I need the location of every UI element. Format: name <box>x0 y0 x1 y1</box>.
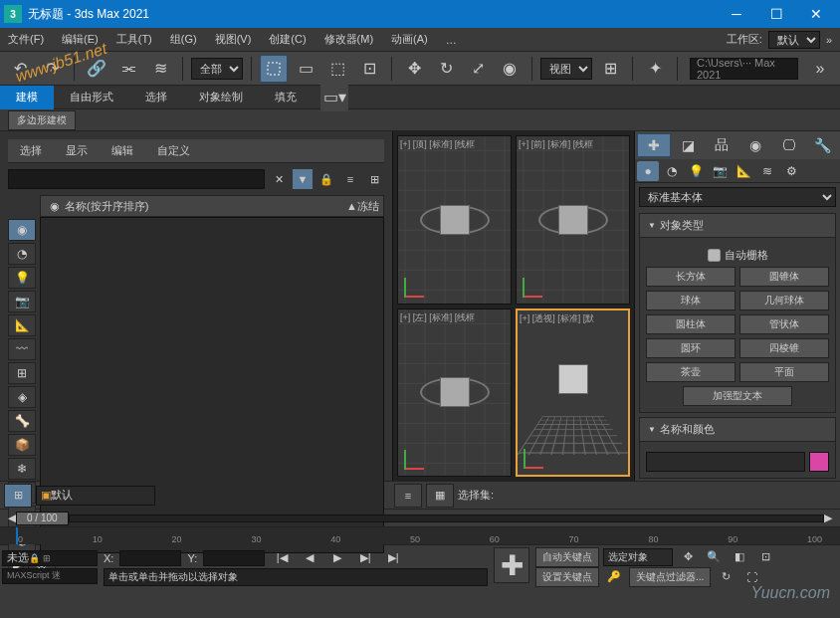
subtab-poly-model[interactable]: 多边形建模 <box>8 110 76 130</box>
sphere-button[interactable]: 球体 <box>646 291 735 310</box>
utilities-tab[interactable]: 🔧 <box>806 133 838 157</box>
shapes-icon[interactable]: ◔ <box>661 161 683 181</box>
lights-icon[interactable]: 💡 <box>685 161 707 181</box>
rollout-name-color[interactable]: 名称和颜色 <box>639 417 836 442</box>
filter-frozen-icon[interactable]: ❄ <box>8 458 36 480</box>
torus-button[interactable]: 圆环 <box>646 338 735 358</box>
tab-selection[interactable]: 选择 <box>129 86 183 109</box>
prev-key-button[interactable]: |◀ <box>271 548 293 568</box>
nav-orbit-icon[interactable]: ↻ <box>715 567 736 587</box>
nav-fov-icon[interactable]: ◧ <box>729 547 750 567</box>
x-input[interactable] <box>119 550 181 566</box>
timeline-next[interactable]: ▶ <box>824 512 832 524</box>
menu-edit[interactable]: 编辑(E) <box>62 32 99 47</box>
prev-frame-button[interactable]: ◀ <box>299 548 320 568</box>
box-button[interactable]: 长方体 <box>646 267 735 287</box>
category-select[interactable]: 标准基本体 <box>639 187 836 207</box>
bind-space-warp-button[interactable]: ≋ <box>146 55 174 83</box>
selection-filter[interactable]: 全部 <box>191 58 243 80</box>
scene-tab-custom[interactable]: 自定义 <box>149 139 198 162</box>
filter-containers-icon[interactable]: 📦 <box>8 434 36 456</box>
viewport-left[interactable]: [+] [左] [标准] [线框 <box>397 309 512 478</box>
scene-tab-edit[interactable]: 编辑 <box>104 139 141 162</box>
layer-manager-icon[interactable]: ≡ <box>394 484 422 508</box>
minimize-button[interactable]: ─ <box>717 0 756 28</box>
redo-button[interactable]: ↷ <box>38 55 66 83</box>
textplus-button[interactable]: 加强型文本 <box>683 386 792 406</box>
tab-freeform[interactable]: 自由形式 <box>54 86 129 109</box>
scale-button[interactable]: ⤢ <box>464 55 492 83</box>
ref-coord-system[interactable]: 视图 <box>540 58 592 80</box>
toolbar-more[interactable]: » <box>806 55 834 83</box>
close-button[interactable]: ✕ <box>796 0 836 28</box>
menu-more[interactable]: » <box>826 34 832 46</box>
timeline-ruler[interactable]: 010 2030 4050 6070 8090 100 <box>0 526 840 544</box>
set-key-button[interactable]: ✚ <box>494 547 529 583</box>
column-frozen[interactable]: 冻结 <box>357 199 379 214</box>
filter-shapes-icon[interactable]: ◔ <box>8 243 36 265</box>
menu-tools[interactable]: 工具(T) <box>116 32 152 47</box>
modify-tab[interactable]: ◪ <box>673 133 705 157</box>
filter-helpers-icon[interactable]: 📐 <box>8 314 36 336</box>
tube-button[interactable]: 管状体 <box>739 314 829 334</box>
workspace-select[interactable]: 默认 <box>768 31 820 49</box>
filter-geometry-icon[interactable]: ◉ <box>8 219 36 241</box>
filter-bone-icon[interactable]: 🦴 <box>8 410 36 432</box>
key-mode-icon[interactable]: 🔑 <box>603 567 625 587</box>
helpers-icon[interactable]: 📐 <box>733 161 754 181</box>
undo-button[interactable]: ↶ <box>6 55 34 83</box>
filter-xrefs-icon[interactable]: ◈ <box>8 386 36 408</box>
cylinder-button[interactable]: 圆柱体 <box>646 314 735 334</box>
motion-tab[interactable]: ◉ <box>739 133 771 157</box>
filter-spacewarps-icon[interactable]: 〰 <box>8 338 36 360</box>
scene-search-input[interactable] <box>8 169 265 189</box>
unlink-button[interactable]: ⫘ <box>114 55 142 83</box>
viewport-front-label[interactable]: [+] [前] [标准] [线框 <box>519 138 593 151</box>
systems-icon[interactable]: ⚙ <box>780 161 802 181</box>
viewport-perspective[interactable]: [+] [透视] [标准] [默 <box>516 309 630 478</box>
create-tab[interactable]: ✚ <box>637 133 671 157</box>
viewport-front[interactable]: [+] [前] [标准] [线框 <box>516 135 630 305</box>
menu-create[interactable]: 创建(C) <box>269 32 306 47</box>
select-region-button[interactable]: ⬚ <box>323 55 351 83</box>
scene-tab-select[interactable]: 选择 <box>12 139 50 162</box>
key-filters-button[interactable]: 关键点过滤器... <box>629 567 711 587</box>
cameras-icon[interactable]: 📷 <box>709 161 731 181</box>
filter-lights-icon[interactable]: 💡 <box>8 267 36 289</box>
viewport-top[interactable]: [+] [顶] [标准] [线框 <box>397 135 512 305</box>
hierarchy-tab[interactable]: 品 <box>706 133 737 157</box>
nav-extent-icon[interactable]: ⊡ <box>754 547 776 567</box>
display-tab[interactable]: 🖵 <box>773 133 805 157</box>
manipulate-button[interactable]: ✦ <box>641 55 669 83</box>
select-object-button[interactable] <box>260 55 288 83</box>
filter-groups-icon[interactable]: ⊞ <box>8 362 36 384</box>
spacewarps-icon[interactable]: ≋ <box>756 161 778 181</box>
filter-icon[interactable]: ▼ <box>293 169 313 189</box>
viewport-left-label[interactable]: [+] [左] [标准] [线框 <box>400 311 475 324</box>
ribbon-toggle[interactable]: ▭▾ <box>320 84 348 111</box>
current-layer[interactable]: ▣ 默认 <box>36 486 155 506</box>
next-frame-button[interactable]: ▶| <box>354 548 376 568</box>
tab-object-paint[interactable]: 对象绘制 <box>183 86 259 109</box>
view-mode1-icon[interactable]: ≡ <box>340 169 360 189</box>
nav-zoom-icon[interactable]: 🔍 <box>703 547 725 567</box>
view-mode2-icon[interactable]: ⊞ <box>364 169 384 189</box>
filter-cameras-icon[interactable]: 📷 <box>8 291 36 312</box>
window-crossing-button[interactable]: ⊡ <box>355 55 383 83</box>
viewport-top-label[interactable]: [+] [顶] [标准] [线框 <box>400 138 475 151</box>
menu-group[interactable]: 组(G) <box>170 32 197 47</box>
lock-icon[interactable]: 🔒 <box>316 169 336 189</box>
pivot-center-button[interactable]: ⊞ <box>596 55 624 83</box>
nav-maximize-icon[interactable]: ⛶ <box>740 567 762 587</box>
tab-populate[interactable]: 填充 <box>259 86 313 109</box>
rotate-button[interactable]: ↻ <box>432 55 460 83</box>
timeline-prev[interactable]: ◀ <box>8 512 16 524</box>
autokey-button[interactable]: 自动关键点 <box>535 547 599 567</box>
layer-explorer-button[interactable]: ⊞ <box>4 484 32 508</box>
tab-modeling[interactable]: 建模 <box>0 86 54 109</box>
column-name[interactable]: 名称(按升序排序) <box>65 199 346 214</box>
move-button[interactable]: ✥ <box>400 55 428 83</box>
nav-pan-icon[interactable]: ✥ <box>677 547 699 567</box>
setkey-mode-button[interactable]: 设置关键点 <box>535 567 599 587</box>
time-slider-handle[interactable]: 0 / 100 <box>16 512 69 525</box>
